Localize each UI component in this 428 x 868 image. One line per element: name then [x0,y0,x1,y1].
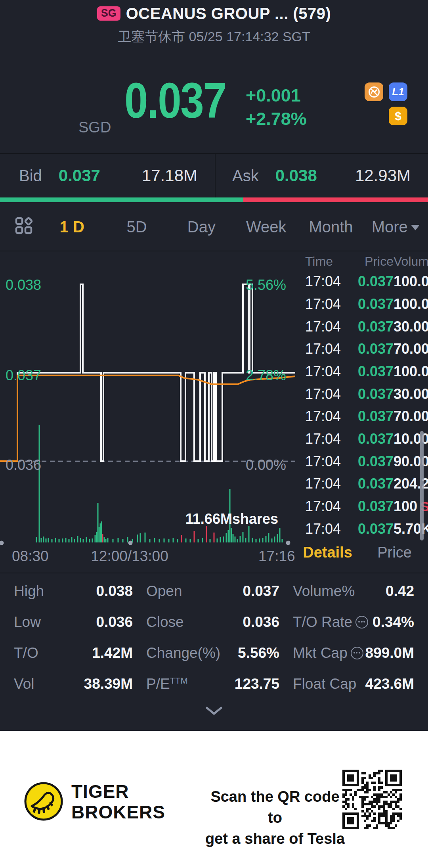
time-sales-row[interactable]: 17:040.03730.00KS [294,383,428,405]
price-axis-label-0: 0.038 [6,277,41,293]
time-sales-row[interactable]: 17:040.0375.70KS [294,517,428,540]
ts-price: 0.037 [347,521,394,537]
volume-bar [240,536,241,542]
stat-value: 0.037 [243,583,279,600]
time-sales-row[interactable]: 17:040.03710.00KS [294,428,428,450]
ts-time: 17:04 [305,341,347,357]
stat-mkt-cap: Mkt Cap899.0M [293,638,414,669]
bid-price: 0.037 [59,166,100,185]
stat-value: 423.6M [365,676,414,692]
col-volume: Volume [394,254,425,269]
bid-label: Bid [19,167,42,185]
volume-bar [97,503,99,542]
volume-bar [46,538,47,542]
time-sales-row[interactable]: 17:040.037100.0KS [294,360,428,383]
volume-bar [274,537,275,542]
xaxis-label-open: 08:30 [12,548,49,565]
time-sales-row[interactable]: 17:040.03770.00KS [294,338,428,360]
period-tab-label: Day [187,218,216,236]
percent-axis-label-1: 2.78% [242,367,286,384]
stat-value: 0.34% [373,614,414,630]
time-sales-footer-tabs: DetailsPrice [294,544,428,561]
stat-label: P/ETTM [146,676,188,692]
stat-close: Close0.036 [146,607,279,638]
info-icon[interactable] [351,647,363,659]
intraday-chart[interactable] [0,251,295,545]
volume-bar [48,538,49,542]
volume-bar [181,535,182,542]
time-sales-scrollbar[interactable] [420,431,424,540]
ts-price: 0.037 [347,431,394,447]
info-icon[interactable] [355,616,368,628]
volume-bar [262,538,264,542]
volume-bar [96,532,97,542]
volume-bar [43,537,44,542]
volume-bar [83,539,84,542]
ts-vol: 100.0K [394,273,428,290]
time-sales-row[interactable]: 17:040.037100.0KS [294,270,428,293]
period-tab-5d[interactable]: 5D [104,203,169,251]
ts-price: 0.037 [347,408,394,425]
price-change: +0.001 [246,86,307,104]
time-sales-row[interactable]: 17:040.03770.00KS [294,405,428,428]
time-sales-row[interactable]: 17:040.03790.00KS [294,450,428,473]
qr-caption: Scan the QR code to get a share of Tesla [202,786,348,850]
volume-bar [194,531,195,542]
grid-glyph [15,217,33,235]
stat-float-cap: Float Cap423.6M [293,669,414,699]
ts-time: 17:04 [305,363,347,380]
price-axis-label-1: 0.037 [6,367,41,384]
volume-bar [173,538,174,542]
stat-label: Mkt Cap [293,645,348,661]
time-sales-tab-details[interactable]: Details [294,544,361,561]
volume-bar [237,539,238,542]
stat-label: High [14,583,44,600]
ts-time: 17:04 [305,475,347,492]
ts-price: 0.037 [347,498,394,515]
axis-dot [286,541,290,545]
time-sales-row[interactable]: 17:040.037100.0KS [294,293,428,316]
time-and-sales-panel: Time Price Volume 17:040.037100.0KS17:04… [294,252,428,540]
expand-chevron-button[interactable] [205,707,223,717]
level1-quote-icon[interactable]: L1 [389,82,407,101]
volume-bar [228,530,229,542]
stock-detail-screen: SG OCEANUS GROUP ... (579) 卫塞节休市 05/25 1… [0,0,428,868]
period-tab-1d[interactable]: 1 D [40,203,104,251]
volume-bar [198,539,199,542]
stat-open: Open0.037 [146,576,279,607]
volume-bar [113,539,114,542]
period-tab-bar: 1 D5DDayWeekMonthMore [40,203,428,251]
volume-bar [256,539,257,542]
period-tab-label: 5D [126,218,147,236]
ts-vol: 70.00K [394,408,428,425]
chart-layout-grid-icon[interactable] [15,217,33,236]
volume-bar [140,533,141,542]
time-sales-row[interactable]: 17:040.037100S [294,495,428,518]
currency-label: SGD [78,119,111,136]
volume-bar [277,534,278,542]
period-tab-week[interactable]: Week [234,203,298,251]
divider [0,573,428,573]
time-sales-tab-price[interactable]: Price [361,544,428,561]
xaxis-label-midday: 12:00/13:00 [91,548,168,565]
time-sales-row[interactable]: 17:040.037204.2KS [294,473,428,495]
period-tab-more[interactable]: More [363,203,428,251]
volume-bar [248,526,250,542]
bid-block: Bid 0.037 17.18M [0,154,216,197]
percent-axis-label-2: 0.00% [242,457,286,473]
volume-bar [36,537,37,542]
no-trade-icon[interactable] [365,82,383,101]
period-tab-month[interactable]: Month [298,203,363,251]
time-sales-row[interactable]: 17:040.03730.00KS [294,315,428,338]
bid-ask-panel[interactable]: Bid 0.037 17.18M Ask 0.038 12.93M [0,154,428,197]
ts-time: 17:04 [305,273,347,290]
header-title-row: SG OCEANUS GROUP ... (579) [0,5,428,22]
qr-caption-line2: get a share of Tesla [202,828,348,849]
stat-volume-: Volume%0.42 [293,576,414,607]
volume-bar [202,538,203,542]
volume-bar [223,537,224,542]
volume-bar [145,533,146,542]
period-tab-day[interactable]: Day [169,203,234,251]
currency-badge-icon[interactable]: $ [389,107,407,125]
volume-bar [65,538,67,542]
